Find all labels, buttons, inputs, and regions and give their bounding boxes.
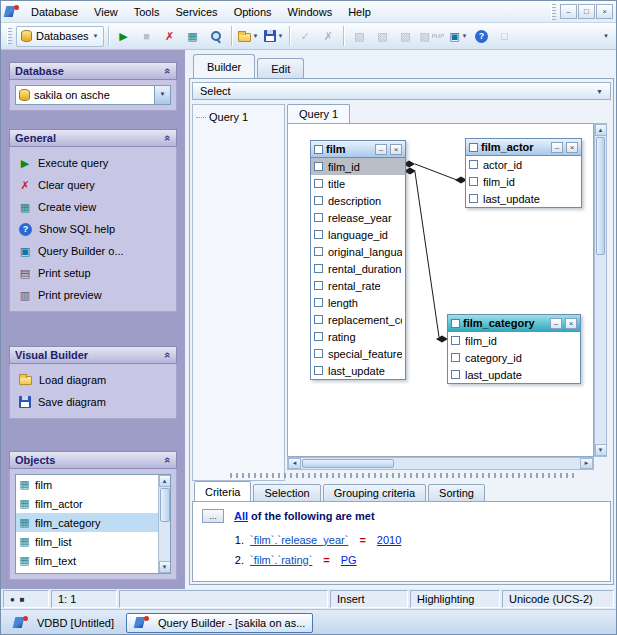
scroll-up-icon[interactable]: ▲ bbox=[159, 475, 171, 487]
query-type-select[interactable]: Select ▼ bbox=[192, 82, 611, 100]
table-window-titlebar[interactable]: film – × bbox=[311, 141, 405, 158]
field-row[interactable]: rating bbox=[311, 328, 405, 345]
window-list-button[interactable]: □ bbox=[494, 25, 516, 47]
field-checkbox[interactable] bbox=[314, 366, 323, 375]
close-button[interactable]: × bbox=[596, 4, 613, 19]
criteria-tab[interactable]: Criteria bbox=[194, 481, 251, 502]
clear-query-button[interactable]: ✗ bbox=[159, 25, 181, 47]
criteria-tab[interactable]: Grouping criteria bbox=[323, 484, 426, 502]
scrollbar-thumb[interactable] bbox=[160, 488, 170, 522]
field-row[interactable]: description bbox=[311, 192, 405, 209]
database-panel-header[interactable]: Database « bbox=[9, 62, 177, 80]
scroll-left-icon[interactable]: ◄ bbox=[288, 458, 301, 469]
field-row[interactable]: rental_duration bbox=[311, 260, 405, 277]
close-table-icon[interactable]: × bbox=[565, 318, 577, 329]
menu-item[interactable]: Help bbox=[340, 3, 379, 21]
field-checkbox[interactable] bbox=[314, 264, 323, 273]
restore-button[interactable]: □ bbox=[578, 4, 595, 19]
field-checkbox[interactable] bbox=[314, 247, 323, 256]
field-checkbox[interactable] bbox=[314, 298, 323, 307]
field-row[interactable]: last_update bbox=[466, 190, 581, 207]
field-checkbox[interactable] bbox=[314, 332, 323, 341]
criteria-operator-link[interactable]: = bbox=[354, 534, 370, 546]
field-row[interactable]: rental_rate bbox=[311, 277, 405, 294]
table-checkbox[interactable] bbox=[314, 145, 323, 154]
load-diagram-button[interactable]: ▼ bbox=[236, 25, 261, 47]
visual-builder-panel-header[interactable]: Visual Builder « bbox=[9, 346, 177, 364]
sidebar-item-print-setup[interactable]: ▤Print setup bbox=[15, 262, 171, 284]
sidebar-item-create-view[interactable]: ▦Create view bbox=[15, 196, 171, 218]
sidebar-item-save-diagram[interactable]: Save diagram bbox=[15, 391, 171, 413]
criteria-field-link[interactable]: `film`.`rating` bbox=[250, 554, 312, 566]
menu-item[interactable]: Options bbox=[226, 3, 280, 21]
export-html-button[interactable]: ▧ bbox=[394, 25, 416, 47]
field-checkbox[interactable] bbox=[314, 230, 323, 239]
table-window-film-category[interactable]: film_category – × film_id category_id la… bbox=[447, 314, 581, 384]
field-row[interactable]: last_update bbox=[311, 362, 405, 379]
minimize-table-icon[interactable]: – bbox=[551, 142, 563, 153]
objects-list-item[interactable]: ▦ film_category bbox=[16, 513, 158, 532]
taskbar-item[interactable]: VDBD [Untitled] bbox=[5, 613, 122, 633]
condition-menu-button[interactable]: ... bbox=[202, 509, 224, 523]
scrollbar-thumb[interactable] bbox=[302, 459, 394, 468]
table-window-titlebar[interactable]: film_category – × bbox=[448, 315, 580, 332]
sidebar-item-load-diagram[interactable]: Load diagram bbox=[15, 369, 171, 391]
objects-list-item[interactable]: ▦ film_actor bbox=[16, 494, 158, 513]
table-window-titlebar[interactable]: film_actor – × bbox=[466, 139, 581, 156]
field-row[interactable]: release_year bbox=[311, 209, 405, 226]
search-button[interactable] bbox=[205, 25, 227, 47]
sidebar-item-execute-query[interactable]: ▶Execute query bbox=[15, 152, 171, 174]
objects-scrollbar[interactable]: ▲ ▼ bbox=[158, 475, 170, 573]
table-checkbox[interactable] bbox=[469, 143, 478, 152]
apply-button[interactable]: ✓ bbox=[294, 25, 316, 47]
vertical-scrollbar[interactable]: ▲ ▼ bbox=[594, 123, 607, 457]
sidebar-item-show-sql-help[interactable]: ?Show SQL help bbox=[15, 218, 171, 240]
menu-item[interactable]: Tools bbox=[126, 3, 168, 21]
objects-list-item[interactable]: ▦ film bbox=[16, 475, 158, 494]
menu-item[interactable]: Services bbox=[167, 3, 225, 21]
criteria-tab[interactable]: Selection bbox=[253, 484, 320, 502]
minimize-button[interactable]: – bbox=[560, 4, 577, 19]
page-tab[interactable]: Edit bbox=[257, 58, 304, 78]
field-row[interactable]: film_id bbox=[466, 173, 581, 190]
field-checkbox[interactable] bbox=[314, 179, 323, 188]
splitter-handle[interactable] bbox=[230, 473, 575, 478]
sidebar-item-clear-query[interactable]: ✗Clear query bbox=[15, 174, 171, 196]
field-checkbox[interactable] bbox=[314, 315, 323, 324]
databases-dropdown[interactable]: Databases ▼ bbox=[16, 26, 104, 47]
field-checkbox[interactable] bbox=[314, 196, 323, 205]
field-row[interactable]: film_id bbox=[311, 158, 405, 175]
toolbar-options-icon[interactable]: ▼ bbox=[603, 33, 609, 39]
stop-query-button[interactable]: ■ bbox=[136, 25, 158, 47]
menu-item[interactable]: Database bbox=[23, 3, 86, 21]
objects-list-item[interactable]: ▦ film_list bbox=[16, 532, 158, 551]
help-button[interactable]: ? bbox=[471, 25, 493, 47]
field-row[interactable]: length bbox=[311, 294, 405, 311]
chevron-down-icon[interactable]: ▼ bbox=[154, 86, 170, 104]
criteria-operator-link[interactable]: = bbox=[318, 554, 334, 566]
field-checkbox[interactable] bbox=[469, 160, 478, 169]
save-diagram-button[interactable]: ▼ bbox=[262, 25, 286, 47]
field-row[interactable]: original_languag bbox=[311, 243, 405, 260]
cancel-button[interactable]: ✗ bbox=[317, 25, 339, 47]
field-checkbox[interactable] bbox=[451, 353, 460, 362]
menu-item[interactable]: View bbox=[86, 3, 126, 21]
minimize-table-icon[interactable]: – bbox=[550, 318, 562, 329]
sidebar-item-print-preview[interactable]: ▥Print preview bbox=[15, 284, 171, 306]
taskbar-item[interactable]: Query Builder - [sakila on as... bbox=[126, 613, 313, 633]
table-checkbox[interactable] bbox=[451, 319, 460, 328]
collapse-chevron-icon[interactable]: « bbox=[162, 135, 174, 141]
close-table-icon[interactable]: × bbox=[390, 144, 402, 155]
export-results-button[interactable]: ▧ bbox=[348, 25, 370, 47]
objects-panel-header[interactable]: Objects « bbox=[9, 451, 177, 469]
field-row[interactable]: actor_id bbox=[466, 156, 581, 173]
field-checkbox[interactable] bbox=[469, 177, 478, 186]
objects-list-item[interactable]: ▦ film_text bbox=[16, 551, 158, 570]
query-tree-item[interactable]: Query 1 bbox=[196, 111, 281, 123]
field-checkbox[interactable] bbox=[314, 281, 323, 290]
scrollbar-thumb[interactable] bbox=[596, 137, 605, 255]
collapse-chevron-icon[interactable]: « bbox=[162, 68, 174, 74]
export-as-button[interactable]: ▣▼ bbox=[447, 25, 469, 47]
export-excel-button[interactable]: ▧ bbox=[371, 25, 393, 47]
export-php-button[interactable]: ▧PHP bbox=[417, 25, 446, 47]
